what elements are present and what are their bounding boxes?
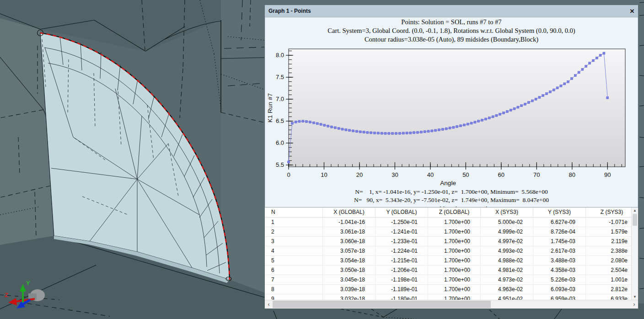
points-table: NX (GLOBAL)Y (GLOBAL)Z (GLOBAL)X (SYS3)Y…	[265, 207, 638, 308]
graph-window-titlebar[interactable]: Graph 1 - Points ✕	[265, 5, 638, 17]
table-cell: 6	[265, 266, 323, 275]
table-row[interactable]: 83.039e-18-1.189e-011.700e+004.963e-026.…	[265, 285, 638, 294]
data-point-marker	[388, 132, 390, 134]
data-point-marker	[413, 132, 415, 134]
data-point-marker	[556, 87, 558, 89]
table-header-row[interactable]: NX (GLOBAL)Y (GLOBAL)Z (GLOBAL)X (SYS3)Y…	[265, 207, 638, 218]
data-point-marker	[492, 116, 494, 118]
table-cell: 4.988e-02	[481, 256, 533, 266]
chart-max-line: N= 90, x= 5.343e-20, y= -7.501e-02, z= 1…	[265, 196, 638, 204]
table-row[interactable]: 1-1.041e-16-1.250e-011.700e+005.000e-026…	[265, 218, 638, 227]
vertical-scroll-thumb[interactable]	[633, 214, 637, 226]
data-point-marker	[449, 127, 451, 129]
table-cell: 1.579e	[586, 227, 638, 237]
svg-text:7.0: 7.0	[276, 96, 284, 102]
table-cell: 1.700e+00	[428, 266, 481, 275]
window-title: Graph 1 - Points	[265, 8, 626, 14]
svg-text:70: 70	[533, 171, 540, 178]
table-cell: -1.250e-01	[376, 218, 428, 227]
chart-header: Points: Solution = SOL, runs #7 to #7 Ca…	[265, 18, 638, 44]
data-point-marker	[445, 128, 447, 130]
table-cell: 1.001e	[586, 275, 638, 285]
svg-text:60: 60	[498, 171, 504, 178]
data-point-marker	[463, 124, 465, 126]
table-cell: 2	[265, 227, 323, 237]
data-point-marker	[420, 131, 422, 133]
column-header-z-global[interactable]: Z (GLOBAL)	[428, 207, 481, 218]
data-point-marker	[481, 119, 483, 121]
table-cell: 4.993e-02	[481, 246, 533, 256]
data-point-marker	[406, 132, 408, 134]
data-point-marker	[302, 120, 304, 122]
data-point-marker	[538, 96, 541, 98]
data-point-marker	[506, 111, 508, 113]
table-vertical-scrollbar[interactable]: ▲ ▼	[631, 207, 638, 300]
horizontal-scroll-track[interactable]	[273, 300, 630, 308]
table-cell: 1.700e+00	[428, 227, 481, 237]
table-cell: -1.233e-01	[376, 237, 428, 246]
table-cell: 6.627e-09	[533, 218, 586, 227]
data-point-marker	[392, 132, 394, 134]
column-header-x-global[interactable]: X (GLOBAL)	[323, 207, 376, 218]
data-point-marker	[352, 130, 354, 132]
data-point-marker	[560, 85, 562, 87]
table-cell: -1.241e-01	[376, 227, 428, 237]
column-header-x-sys3[interactable]: X (SYS3)	[481, 207, 533, 218]
horizontal-scrollbar[interactable]: ‹ ›	[265, 300, 638, 308]
data-point-marker	[542, 95, 544, 97]
triad-y-label: Y	[26, 280, 30, 287]
scroll-right-icon[interactable]: ›	[630, 300, 638, 308]
data-point-marker	[585, 65, 587, 68]
table-cell: 3.061e-18	[323, 227, 376, 237]
data-point-marker	[334, 127, 336, 129]
table-cell: 4.997e-02	[481, 237, 533, 246]
close-icon[interactable]: ✕	[626, 8, 638, 15]
data-point-marker	[312, 122, 315, 124]
table-cell: 5	[265, 256, 323, 266]
column-header-y-global[interactable]: Y (GLOBAL)	[376, 207, 428, 218]
data-point-marker	[456, 126, 458, 128]
data-point-marker	[409, 132, 412, 134]
table-cell: 4.963e-02	[481, 285, 533, 294]
table-row[interactable]: 23.061e-18-1.241e-011.700e+004.999e-028.…	[265, 227, 638, 237]
svg-text:80: 80	[569, 171, 575, 178]
horizontal-scroll-thumb[interactable]	[273, 301, 491, 308]
data-point-marker	[395, 132, 397, 134]
data-point-marker	[384, 132, 386, 134]
data-point-marker	[478, 120, 480, 122]
scroll-left-icon[interactable]: ‹	[265, 300, 273, 308]
table-row[interactable]: 33.060e-18-1.233e-011.700e+004.997e-021.…	[265, 237, 638, 246]
table-cell: 3.054e-18	[323, 256, 376, 266]
table-row[interactable]: 43.057e-18-1.224e-011.700e+004.993e-022.…	[265, 246, 638, 256]
data-point-marker	[435, 129, 437, 132]
scroll-down-icon[interactable]: ▼	[633, 294, 637, 300]
table-cell: 2.080e	[586, 256, 638, 266]
column-header-n[interactable]: N	[265, 207, 323, 218]
table-cell: 1.700e+00	[428, 237, 481, 246]
table-cell: 8.726e-04	[533, 227, 586, 237]
table-cell: 1.700e+00	[428, 218, 481, 227]
table-cell: 2.119e	[586, 237, 638, 246]
svg-text:6.5: 6.5	[276, 117, 284, 124]
data-point-marker	[546, 93, 548, 95]
data-point-marker	[531, 100, 533, 102]
data-point-marker	[513, 107, 515, 110]
data-point-marker	[467, 123, 469, 125]
column-header-z-sys3[interactable]: Z (SYS3)	[586, 207, 638, 218]
table-cell: 4.999e-02	[481, 227, 533, 237]
table-cell: 4	[265, 246, 323, 256]
table-cell: 4.358e-03	[533, 266, 586, 275]
data-point-marker	[323, 124, 326, 127]
table-cell: -1.215e-01	[376, 256, 428, 266]
table-cell: 2.504e	[586, 266, 638, 275]
column-header-y-sys3[interactable]: Y (SYS3)	[533, 207, 586, 218]
table-cell: 1.745e-03	[533, 237, 586, 246]
scroll-up-icon[interactable]: ▲	[633, 207, 637, 214]
table-row[interactable]: 63.050e-18-1.206e-011.700e+004.981e-024.…	[265, 266, 638, 275]
y-axis-label: K1 Run #7	[267, 93, 274, 122]
table-cell: 3	[265, 237, 323, 246]
data-point-marker	[589, 62, 591, 64]
table-row[interactable]: 53.054e-18-1.215e-011.700e+004.988e-023.…	[265, 256, 638, 266]
table-row[interactable]: 73.045e-18-1.198e-011.700e+004.973e-025.…	[265, 275, 638, 285]
table-cell: 6.093e-03	[533, 285, 586, 294]
